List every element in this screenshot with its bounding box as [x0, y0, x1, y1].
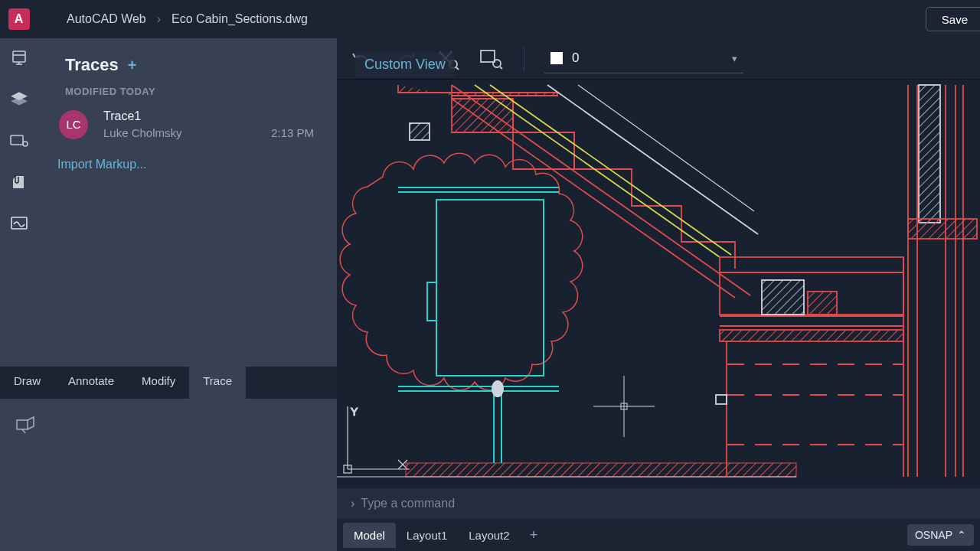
command-caret-icon: › [351, 497, 354, 510]
layer-color-swatch [550, 52, 563, 64]
tab-draw[interactable]: Draw [0, 367, 54, 399]
breadcrumb-app[interactable]: AutoCAD Web [67, 12, 146, 26]
tab-modify[interactable]: Modify [128, 367, 189, 399]
breadcrumb-separator-icon: › [157, 12, 161, 26]
blocks-panel-icon[interactable] [7, 129, 31, 153]
header-bar: A AutoCAD Web › Eco Cabin_Sections.dwg S… [0, 0, 980, 38]
svg-line-40 [547, 85, 758, 234]
trace-tool-icon[interactable] [14, 412, 38, 437]
svg-line-39 [452, 85, 750, 295]
drawing-canvas[interactable]: Y [337, 80, 980, 488]
svg-rect-46 [808, 292, 837, 315]
svg-rect-31 [427, 282, 436, 321]
svg-rect-0 [13, 51, 25, 62]
layout-tab-layout2[interactable]: Layout2 [458, 523, 520, 548]
trace-author: Luke Cholmsky [103, 126, 182, 139]
svg-rect-62 [908, 219, 977, 239]
svg-line-38 [452, 99, 735, 298]
svg-rect-55 [716, 395, 727, 404]
tool-pane [0, 399, 337, 551]
app-logo-letter: A [8, 8, 30, 30]
view-label-badge[interactable]: Custom View [355, 52, 455, 77]
avatar: LC [59, 110, 88, 139]
app-logo[interactable]: A [0, 0, 38, 38]
svg-rect-58 [919, 85, 940, 223]
layout-tab-layout1[interactable]: Layout1 [396, 523, 458, 548]
tool-tabs: Draw Annotate Modify Trace [0, 367, 337, 399]
layout-tab-model[interactable]: Model [343, 523, 396, 548]
zoom-window-button[interactable] [478, 46, 504, 72]
svg-rect-37 [410, 123, 430, 140]
trace-time: 2:13 PM [271, 126, 314, 139]
svg-rect-45 [762, 280, 804, 315]
main-area: Traces + MODIFIED TODAY LC Trace1 Luke C… [0, 38, 980, 551]
svg-line-16 [500, 67, 502, 69]
svg-rect-14 [481, 51, 495, 62]
properties-panel-icon[interactable] [7, 46, 31, 70]
layer-name: 0 [572, 51, 723, 66]
layer-dropdown[interactable]: 0 ▾ [544, 44, 743, 73]
breadcrumb-file[interactable]: Eco Cabin_Sections.dwg [172, 12, 308, 26]
svg-rect-23 [406, 463, 796, 477]
toolbar-separator [524, 47, 524, 70]
panel-title: Traces [65, 55, 119, 75]
breadcrumb: AutoCAD Web › Eco Cabin_Sections.dwg [67, 12, 308, 26]
svg-marker-5 [11, 97, 28, 106]
svg-point-15 [493, 60, 501, 67]
trace-name: Trace1 [103, 109, 314, 123]
svg-point-36 [492, 381, 503, 396]
layout-tabs: Model Layout1 Layout2 + OSNAP ⌃ [337, 519, 980, 551]
svg-rect-43 [720, 257, 903, 272]
attachments-panel-icon[interactable] [7, 170, 31, 194]
trace-list-item[interactable]: LC Trace1 Luke Cholmsky 2:13 PM [57, 97, 322, 147]
tab-trace[interactable]: Trace [189, 367, 246, 399]
osnap-toggle[interactable]: OSNAP ⌃ [907, 524, 974, 546]
svg-rect-49 [720, 330, 903, 341]
svg-rect-6 [11, 135, 23, 145]
svg-rect-9 [17, 420, 28, 429]
canvas-area: 0 ▾ Custom View Y [337, 38, 980, 551]
svg-point-7 [23, 142, 28, 146]
import-markup-link[interactable]: Import Markup... [57, 147, 322, 171]
save-button[interactable]: Save [926, 7, 980, 31]
chevron-up-icon: ⌃ [957, 529, 966, 541]
svg-line-42 [490, 85, 731, 255]
chevron-down-icon: ▾ [732, 53, 737, 64]
svg-rect-30 [436, 200, 544, 376]
svg-line-41 [475, 85, 720, 257]
svg-line-13 [456, 67, 459, 70]
command-input-bar[interactable]: › Type a command [337, 488, 980, 519]
section-label: MODIFIED TODAY [57, 86, 322, 97]
command-placeholder: Type a command [361, 497, 455, 510]
traces-panel-icon[interactable] [7, 211, 31, 236]
osnap-label: OSNAP [915, 529, 952, 541]
tab-annotate[interactable]: Annotate [54, 367, 128, 399]
layers-panel-icon[interactable] [7, 87, 31, 112]
svg-text:Y: Y [351, 406, 358, 418]
add-trace-button[interactable]: + [128, 57, 137, 74]
add-layout-button[interactable]: + [521, 521, 547, 549]
